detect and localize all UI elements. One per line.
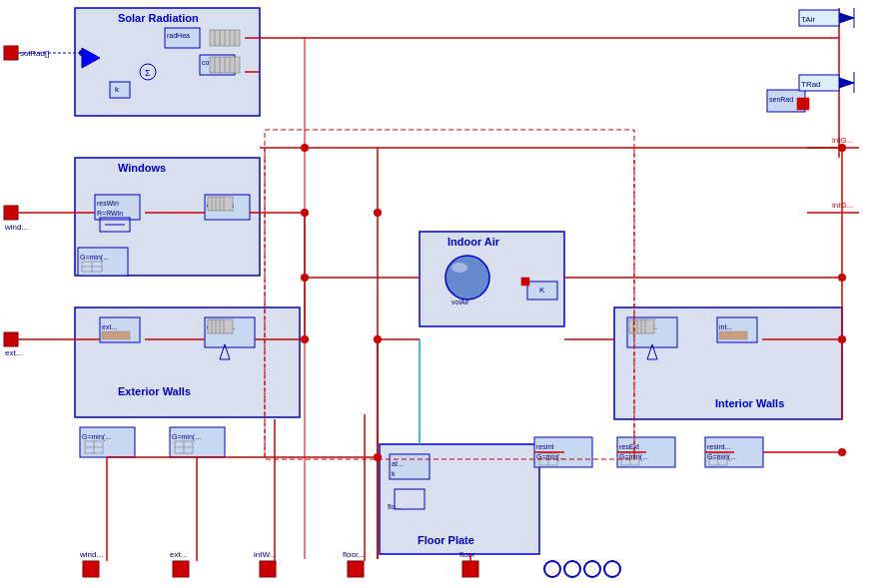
floor-at-label: at... <box>392 460 404 467</box>
r-rwin-label: R=RWin <box>97 210 123 217</box>
res-int2-label: resInt... <box>707 443 730 450</box>
sensor-port <box>521 278 529 286</box>
sensor-k-label: K <box>539 286 545 294</box>
res-ext-label: resExt <box>619 443 639 450</box>
rad-hea-label: radHea <box>167 32 190 39</box>
floor-plate-label: Floor Plate <box>418 534 474 546</box>
floor2-bot-port[interactable] <box>462 561 478 577</box>
floor-flo-label: flo... <box>388 503 401 510</box>
junction-5 <box>301 274 309 282</box>
sol-rad-dot <box>79 50 85 56</box>
int-brick <box>719 331 747 339</box>
junction-8 <box>838 335 846 343</box>
res-int-label: resInt <box>536 443 554 450</box>
ext-block-label: ext... <box>102 323 117 330</box>
floor2-bot-label: floor <box>459 550 475 559</box>
g-min-res-int2-label: G=min(... <box>707 453 736 461</box>
g-min-res-int-label: G=min(... <box>536 453 565 461</box>
indoor-air-label: Indoor Air <box>447 236 500 248</box>
sen-rad-port <box>797 98 809 110</box>
intw-bot-label: intW... <box>254 550 276 559</box>
ext-label: ext... <box>5 348 22 357</box>
sen-rad-label: senRad <box>769 96 793 103</box>
g-min-ext2-label: G=min(... <box>172 433 201 441</box>
main-svg: Solar Radiation Σ radHea convH... k Win <box>0 0 869 588</box>
windows-label: Windows <box>118 162 166 174</box>
g-min-win-label: G=min(... <box>80 254 109 262</box>
ext-bot-label: ext... <box>170 550 187 559</box>
int-g1-label: intG... <box>832 136 853 145</box>
exterior-walls-label: Exterior Walls <box>118 385 191 397</box>
junction-3 <box>374 209 382 217</box>
sol-rad-port[interactable] <box>4 46 18 60</box>
wind-port[interactable] <box>4 206 18 220</box>
k-block <box>110 82 130 98</box>
wind-bot-label: wind... <box>79 550 103 559</box>
sphere-highlight <box>451 263 467 273</box>
g-min-ext-label: G=min(... <box>82 433 111 441</box>
t-rad-text: TRad <box>801 80 821 89</box>
g-min-ext-block <box>80 427 135 457</box>
g-min-ext2-block <box>170 427 225 457</box>
ext-port[interactable] <box>4 332 18 346</box>
diagram-canvas: Solar Radiation Σ radHea convH... k Win <box>0 0 869 588</box>
junction-11 <box>838 448 846 456</box>
junction-2 <box>301 144 309 152</box>
t-air-text: TAir <box>801 15 815 24</box>
wind-label: wind... <box>4 223 28 232</box>
int-block-label: int... <box>719 323 732 330</box>
floor-k-label: k <box>392 470 396 477</box>
vol-air-sphere <box>445 256 489 299</box>
vol-air-label: volAir <box>451 298 469 305</box>
floor-bot-port[interactable] <box>348 561 364 577</box>
ext-bot-port[interactable] <box>173 561 189 577</box>
intw-bot-port[interactable] <box>260 561 276 577</box>
solar-radiation-label: Solar Radiation <box>118 12 199 24</box>
brick-pattern <box>102 331 130 339</box>
wind-bot-port[interactable] <box>83 561 99 577</box>
sum-label: Σ <box>145 68 151 78</box>
int-g2-label: intG... <box>832 201 853 210</box>
floor-bot-label: floor... <box>343 550 365 559</box>
res-win-label: resWin <box>97 200 119 207</box>
interior-walls-label: Interior Walls <box>715 397 784 409</box>
